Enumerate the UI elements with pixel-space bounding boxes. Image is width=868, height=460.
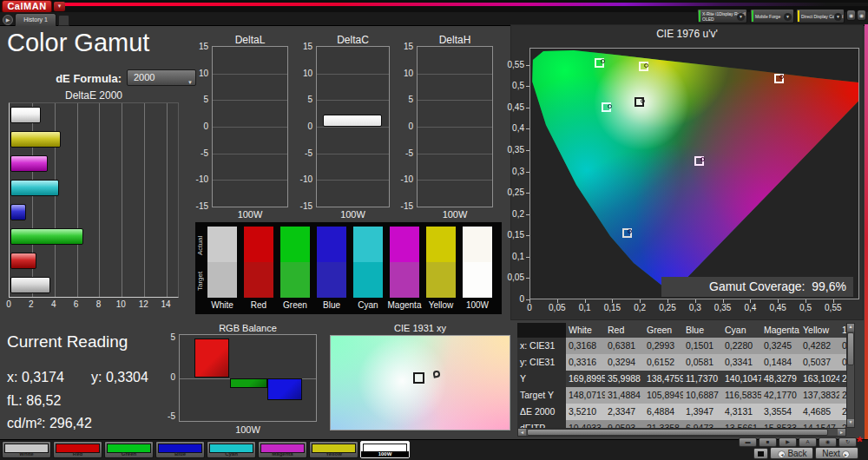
- back-label: Back: [787, 449, 806, 458]
- play-button[interactable]: ▶: [779, 437, 797, 447]
- pattern-button-blue[interactable]: Blue: [155, 441, 205, 458]
- axis-tick-label: 10: [391, 69, 413, 78]
- axis-tick: [526, 128, 529, 129]
- pattern-label: Yellow: [310, 451, 358, 457]
- actual-swatch-red: [244, 227, 273, 262]
- axis-tick: [526, 86, 529, 87]
- axis-tick: [526, 172, 529, 173]
- table-horizontal-scrollbar[interactable]: ◄ ►: [517, 428, 846, 437]
- profile-button[interactable]: A: [799, 437, 817, 447]
- display-control-button[interactable]: Direct Display Control ▼: [796, 9, 845, 23]
- source-device-button[interactable]: Mobile Forge ▼: [750, 9, 794, 23]
- gridline: [317, 74, 389, 75]
- chevron-down-icon[interactable]: ▼: [784, 13, 792, 21]
- gridline: [77, 103, 78, 297]
- scroll-down-arrow-icon[interactable]: ▼: [847, 419, 854, 427]
- bar-gloss: [11, 253, 36, 268]
- hscroll-thumb[interactable]: [527, 429, 828, 436]
- source-status-led: [752, 10, 753, 22]
- calman-window: CalMAN ▾ ▶ History 1 X-Rite i1Display Re…: [0, 0, 868, 460]
- axis-tick-label: 0,3: [502, 167, 524, 176]
- pattern-button-green[interactable]: Green: [104, 441, 154, 458]
- axis-tick-label: 0: [502, 294, 524, 304]
- scroll-right-arrow-icon[interactable]: ►: [838, 429, 845, 436]
- axis-tick-label: -10: [290, 174, 312, 184]
- record-button[interactable]: ◉: [819, 437, 837, 447]
- pattern-button-white[interactable]: White: [2, 441, 51, 458]
- cie1931-title: CIE 1931 xy: [328, 323, 512, 333]
- current-reading-title: Current Reading: [7, 332, 128, 352]
- cell-value: 0,6381: [605, 338, 644, 354]
- refresh-button[interactable]: ↻: [838, 437, 857, 447]
- pattern-label: White: [3, 451, 50, 457]
- cell-value: 9,0593: [605, 420, 644, 428]
- pattern-label: Green: [105, 451, 153, 457]
- axis-tick-label: 0,35: [714, 303, 731, 312]
- logo-menu-arrow-icon[interactable]: ▾: [54, 2, 65, 11]
- next-button[interactable]: Next►: [815, 447, 858, 459]
- round-button-1[interactable]: ◉: [846, 10, 856, 21]
- gridline: [418, 180, 492, 181]
- axis-tick-label: 0,05: [502, 273, 524, 282]
- axis-tick-label: 8: [96, 299, 102, 309]
- axis-tick-label: 0,2: [502, 209, 524, 219]
- axis-tick-label: 0,2: [634, 303, 646, 312]
- minimize-button[interactable]: ▬: [739, 437, 757, 447]
- deltal-xlabel: 100W: [212, 209, 288, 220]
- cell-value: 0,3294: [605, 354, 644, 371]
- scroll-up-arrow-icon[interactable]: ▲: [847, 324, 854, 332]
- gridline: [418, 127, 492, 128]
- target-swatch-yellow: [426, 262, 456, 298]
- bar-gloss: [11, 278, 49, 292]
- deltah-title: DeltaH: [417, 34, 493, 46]
- pattern-button-cyan[interactable]: Cyan: [207, 441, 256, 458]
- column-header: Red: [605, 323, 644, 338]
- table-vertical-scrollbar[interactable]: ▲ ▼: [846, 323, 855, 428]
- axis-tick-label: 5: [290, 95, 312, 104]
- round-button-2[interactable]: ◉: [857, 10, 866, 21]
- axis-tick-label: 0,4: [744, 303, 756, 312]
- back-button[interactable]: ◄Back: [770, 447, 813, 459]
- measured-dot-green: [601, 59, 605, 63]
- axis-tick-label: 0,5: [799, 303, 812, 312]
- pattern-button-yellow[interactable]: Yellow: [309, 441, 358, 458]
- cell-value: 140,1047: [722, 371, 761, 387]
- axis-tick-label: 14: [161, 299, 171, 309]
- target-swatch-magenta: [390, 262, 419, 298]
- cell-value: 0,3168: [566, 338, 605, 354]
- stop-button[interactable]: [753, 448, 768, 459]
- axis-tick-label: 0,55: [502, 60, 524, 69]
- chevron-down-icon[interactable]: ▼: [737, 13, 745, 21]
- pattern-button-100w[interactable]: 100W: [360, 441, 410, 458]
- axis-tick-label: 2: [29, 299, 34, 309]
- table-row: Target Y148,071931,4884105,894910,688711…: [517, 387, 855, 404]
- cell-value: 0,2993: [644, 338, 683, 354]
- axis-tick-label: 10: [186, 69, 208, 78]
- meter-device-button[interactable]: X-Rite i1Display Retail OLED ▼: [697, 9, 747, 23]
- new-tab-button[interactable]: [58, 15, 69, 26]
- axis-tick: [526, 299, 529, 300]
- bar-red: [10, 253, 36, 269]
- column-header: Cyan: [722, 323, 761, 338]
- bar-gloss: [11, 108, 40, 122]
- calman-logo[interactable]: CalMAN: [2, 0, 52, 13]
- pattern-label: Magenta: [259, 451, 306, 457]
- scroll-left-arrow-icon[interactable]: ◄: [518, 429, 526, 436]
- bar-green: [10, 228, 83, 245]
- source-device-label: Mobile Forge: [755, 14, 780, 19]
- pattern-button-red[interactable]: Red: [53, 441, 102, 458]
- titlebar-gradient: [56, 3, 868, 6]
- cell-value: 13,5661: [722, 420, 761, 428]
- stop-button[interactable]: ■: [759, 437, 777, 447]
- axis-tick-label: 0,1: [579, 303, 591, 312]
- reading-y-value: 0,3304: [106, 370, 148, 384]
- vscroll-thumb[interactable]: [847, 332, 854, 365]
- tab-history-1[interactable]: History 1: [15, 13, 56, 26]
- pattern-button-magenta[interactable]: Magenta: [258, 441, 307, 458]
- axis-tick-label: 0,25: [659, 303, 675, 312]
- pattern-label: Cyan: [207, 451, 255, 457]
- cell-value: 35,9988: [605, 371, 644, 387]
- tab-scroll-button[interactable]: ▶: [3, 15, 13, 25]
- target-swatch-white: [207, 262, 237, 298]
- chevron-down-icon[interactable]: ▼: [834, 13, 842, 21]
